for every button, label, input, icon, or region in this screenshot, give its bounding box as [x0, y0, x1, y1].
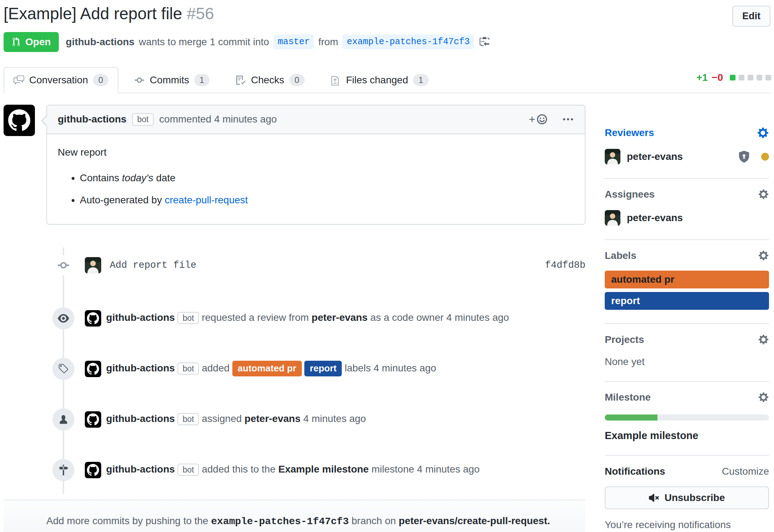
page-title: [Example] Add report file #56: [4, 4, 771, 24]
pr-author[interactable]: github-actions: [66, 36, 135, 48]
github-actions-avatar[interactable]: [85, 411, 101, 428]
milestone-name[interactable]: Example milestone: [605, 430, 769, 442]
from-word: from: [318, 36, 338, 48]
tab-files-changed-label: Files changed: [346, 74, 408, 86]
labels-gear-icon[interactable]: [758, 250, 769, 261]
customize-link[interactable]: Customize: [722, 466, 769, 477]
event-text: added this to the: [202, 464, 275, 475]
git-pull-request-icon: [11, 37, 21, 47]
commit-sha[interactable]: f4dfd8b: [545, 260, 585, 271]
github-actions-avatar[interactable]: [85, 361, 101, 377]
pr-description-comment: github-actions bot commented 4 minutes a…: [4, 105, 585, 225]
assignees-gear-icon[interactable]: [758, 189, 769, 200]
tab-files-changed-count: 1: [413, 74, 428, 86]
reviewers-section: Reviewers peter-evans: [605, 117, 769, 179]
bot-badge: bot: [177, 363, 199, 375]
reviewer-row: peter-evans: [605, 149, 769, 165]
pr-tab-bar: Conversation 0 Commits 1 Checks 0 Files …: [4, 67, 771, 93]
event-subject[interactable]: Example milestone: [278, 464, 369, 475]
event-actor[interactable]: github-actions: [106, 413, 175, 424]
reviewers-gear-icon[interactable]: [757, 127, 769, 139]
assignees-section: Assignees peter-evans: [605, 179, 769, 240]
milestone-icon: [52, 459, 74, 481]
event-text: 4 minutes ago: [303, 413, 366, 424]
event-text: requested a review from: [202, 312, 309, 323]
notifications-heading: Notifications: [605, 466, 665, 477]
unsubscribe-button[interactable]: Unsubscribe: [605, 486, 769, 509]
reviewers-heading[interactable]: Reviewers: [605, 127, 654, 139]
commit-row: Add report file f4dfd8b: [4, 247, 585, 283]
projects-gear-icon[interactable]: [758, 334, 769, 345]
timeline-event-labels-added: github-actions bot added automated pr re…: [4, 344, 585, 394]
label-automated-pr[interactable]: automated pr: [232, 361, 302, 376]
edit-button[interactable]: Edit: [732, 6, 770, 27]
reviewer-avatar[interactable]: [605, 149, 620, 165]
event-subject[interactable]: peter-evans: [244, 413, 300, 424]
projects-section: Projects None yet: [605, 324, 769, 382]
github-actions-avatar[interactable]: [4, 105, 35, 136]
merge-summary-text: wants to merge 1 commit into: [139, 36, 269, 48]
tab-files-changed[interactable]: Files changed 1: [320, 67, 439, 93]
bot-badge: bot: [132, 113, 154, 126]
event-actor[interactable]: github-actions: [106, 312, 175, 323]
event-actor[interactable]: github-actions: [106, 464, 175, 475]
event-text: added: [202, 363, 229, 374]
tab-conversation[interactable]: Conversation 0: [4, 67, 118, 93]
assignee-avatar[interactable]: [605, 210, 620, 226]
assignee-name[interactable]: peter-evans: [627, 212, 683, 224]
file-diff-icon: [330, 75, 341, 85]
bullet-italic-text: today's: [122, 172, 153, 183]
bot-badge: bot: [177, 413, 199, 425]
event-text: assigned: [202, 413, 242, 424]
github-actions-avatar[interactable]: [85, 462, 101, 478]
comment-meta[interactable]: commented 4 minutes ago: [159, 114, 277, 125]
pr-number: #56: [187, 4, 214, 23]
milestone-gear-icon[interactable]: [758, 392, 769, 403]
create-pull-request-link[interactable]: create-pull-request: [165, 194, 248, 205]
comment-author[interactable]: github-actions: [58, 114, 127, 125]
kebab-menu-icon[interactable]: [562, 117, 574, 121]
assignees-heading: Assignees: [605, 189, 655, 200]
repository-name: peter-evans/create-pull-request: [399, 515, 547, 526]
copy-branch-icon[interactable]: [479, 36, 490, 47]
diff-block-neutral: [739, 75, 744, 80]
milestone-progress-bar: [605, 414, 769, 421]
timeline-event-assigned: github-actions bot assigned peter-evans …: [4, 394, 585, 445]
tab-commits[interactable]: Commits 1: [124, 67, 220, 93]
event-actor[interactable]: github-actions: [106, 363, 175, 374]
labels-heading: Labels: [605, 250, 636, 261]
tab-commits-label: Commits: [150, 74, 189, 86]
git-commit-icon: [134, 75, 145, 85]
additions-count: +1: [696, 72, 708, 83]
comment-body: New report Contains today's date Auto-ge…: [47, 134, 585, 224]
projects-empty-text: None yet: [605, 356, 769, 367]
commit-message[interactable]: Add report file: [110, 260, 196, 271]
label-report[interactable]: report: [605, 292, 769, 310]
commit-author-avatar[interactable]: [85, 257, 101, 273]
github-actions-avatar[interactable]: [85, 310, 101, 327]
head-branch-chip[interactable]: example-patches-1f47cf3: [342, 35, 474, 49]
merge-summary: github-actions wants to merge 1 commit i…: [66, 35, 490, 49]
notifications-section: Notifications Customize Unsubscribe You’…: [605, 456, 769, 532]
smiley-icon: [536, 114, 548, 125]
bot-badge: bot: [177, 312, 199, 324]
milestone-heading: Milestone: [605, 392, 651, 403]
diff-block-neutral: [757, 75, 762, 80]
checklist-icon: [235, 75, 246, 85]
tab-conversation-label: Conversation: [29, 74, 88, 86]
tab-checks-count: 0: [289, 74, 305, 86]
label-automated-pr[interactable]: automated pr: [605, 271, 769, 288]
event-subject[interactable]: peter-evans: [311, 312, 367, 323]
add-reaction-button[interactable]: +: [529, 114, 548, 125]
milestone-section: Milestone Example milestone: [605, 382, 769, 456]
bullet-text: date: [156, 172, 176, 183]
diff-block-neutral: [748, 75, 753, 80]
bullet-text: Contains: [80, 172, 119, 183]
base-branch-chip[interactable]: master: [273, 35, 314, 49]
label-report[interactable]: report: [304, 361, 342, 376]
notifications-caption: You’re receiving notifications because y…: [605, 518, 769, 532]
reviewer-name[interactable]: peter-evans: [627, 151, 683, 162]
bot-badge: bot: [177, 464, 199, 476]
push-instructions-text: branch on: [351, 515, 396, 526]
tab-checks[interactable]: Checks 0: [225, 67, 315, 93]
